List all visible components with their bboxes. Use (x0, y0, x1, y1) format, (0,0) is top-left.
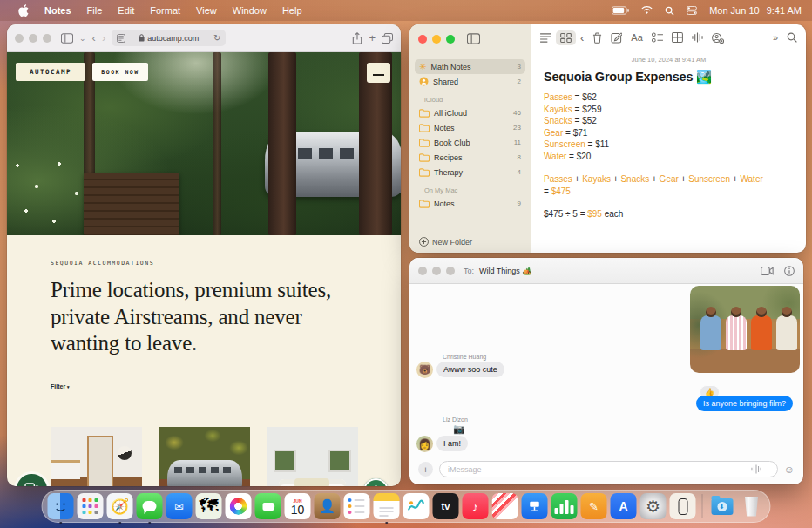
close-button[interactable] (15, 34, 24, 43)
apple-menu[interactable] (10, 4, 37, 17)
sidebar-toggle-icon[interactable] (61, 33, 73, 44)
autocamp-logo[interactable]: AUTOCAMP (16, 63, 85, 81)
new-tab-icon[interactable]: + (369, 31, 376, 44)
imessage-input[interactable] (439, 461, 778, 477)
reload-icon[interactable]: ↻ (213, 33, 220, 43)
zoom-button[interactable] (446, 35, 455, 44)
dock-icon-trash[interactable] (739, 493, 765, 519)
menubar-date[interactable]: Mon Jun 10 (709, 5, 759, 16)
close-button[interactable] (418, 35, 427, 44)
back-icon[interactable]: ‹ (92, 31, 96, 44)
minimize-button[interactable] (29, 34, 37, 43)
menu-view[interactable]: View (188, 5, 225, 16)
dock-icon-reminders[interactable] (344, 493, 370, 519)
avatar-liz[interactable]: 👩 (416, 436, 433, 452)
dock-icon-photos[interactable] (226, 493, 252, 519)
hamburger-menu-icon[interactable] (367, 63, 390, 83)
wifi-icon[interactable] (641, 6, 653, 15)
incoming-message-bubble[interactable]: I am! (436, 436, 468, 451)
close-button[interactable] (418, 267, 427, 275)
audio-waveform-icon[interactable] (692, 32, 703, 43)
dock-icon-messages[interactable] (137, 493, 163, 519)
book-now-button[interactable]: BOOK NOW (92, 63, 148, 81)
recipient-name[interactable]: Wild Things 🏕️ (479, 267, 532, 275)
more-toolbar-icon[interactable]: » (773, 32, 778, 43)
dock-icon-facetime[interactable] (255, 493, 281, 519)
thumbnail-bedroom[interactable] (267, 427, 358, 486)
outgoing-message-bubble[interactable]: Is anyone bringing film? (696, 396, 793, 411)
collaborate-share-icon[interactable] (712, 32, 724, 44)
menu-help[interactable]: Help (274, 5, 310, 16)
accessibility-widget-button[interactable] (363, 478, 389, 486)
address-bar[interactable]: autocamp.com ↻ (112, 30, 226, 46)
dock-icon-app-store[interactable]: A (611, 493, 637, 519)
checklist-icon[interactable] (652, 32, 663, 43)
emoji-picker-icon[interactable]: ☺ (784, 464, 795, 476)
menu-window[interactable]: Window (225, 5, 274, 16)
camera-attachment[interactable]: 📷 (453, 423, 465, 435)
menu-edit[interactable]: Edit (110, 5, 142, 16)
menu-format[interactable]: Format (142, 5, 188, 16)
sidebar-item-notes-local[interactable]: Notes 9 (415, 196, 525, 211)
thumbnail-interior-kitchen[interactable] (51, 427, 142, 486)
shared-photo-attachment[interactable] (690, 286, 800, 373)
dock-icon-contacts[interactable]: 👤 (315, 493, 341, 519)
minimize-button[interactable] (432, 267, 441, 275)
menu-notes[interactable]: Notes (37, 5, 79, 16)
share-icon[interactable] (352, 32, 362, 44)
dock-icon-keynote[interactable] (522, 493, 548, 519)
filter-control[interactable]: Filter ▾ (51, 383, 401, 389)
sidebar-item-recipes[interactable]: Recipes 8 (415, 150, 525, 165)
zoom-button[interactable] (43, 34, 51, 43)
sidebar-item-therapy[interactable]: Therapy 4 (415, 165, 525, 179)
spotlight-search-icon[interactable] (665, 6, 674, 16)
sidebar-item-book-club[interactable]: Book Club 11 (415, 135, 525, 150)
gallery-view-button[interactable] (556, 30, 576, 45)
dock-icon-news[interactable] (492, 493, 518, 519)
note-content[interactable]: June 10, 2024 at 9:41 AM Sequoia Group E… (531, 51, 806, 224)
search-icon[interactable] (787, 32, 797, 43)
trash-icon[interactable] (592, 32, 602, 44)
format-button[interactable]: Aa (631, 32, 642, 43)
chevron-down-icon[interactable]: ⌄ (79, 34, 86, 43)
dock-icon-pages[interactable]: ✎ (581, 493, 607, 519)
dock-icon-downloads[interactable]: ⬇ (709, 493, 735, 519)
avatar-christine[interactable]: 🐻 (416, 362, 433, 378)
menu-file[interactable]: File (79, 5, 111, 16)
dock-icon-music[interactable]: ♪ (463, 493, 489, 519)
reader-icon[interactable] (117, 34, 125, 43)
minimize-button[interactable] (432, 35, 441, 44)
forward-icon[interactable]: › (102, 31, 105, 44)
compose-icon[interactable] (611, 32, 622, 44)
dock-icon-freeform[interactable] (403, 493, 430, 519)
sidebar-item-notes-icloud[interactable]: Notes 23 (415, 120, 525, 135)
dock-icon-apple-tv[interactable]: tv (433, 493, 459, 519)
menubar-time[interactable]: 9:41 AM (767, 5, 802, 16)
dictation-waveform-icon[interactable] (751, 464, 761, 474)
dock-icon-launchpad[interactable] (78, 493, 104, 519)
dock-icon-calendar[interactable]: JUN10 (285, 493, 311, 519)
tab-overview-icon[interactable] (382, 33, 393, 44)
dock-icon-numbers[interactable] (551, 493, 578, 519)
dock-icon-finder[interactable] (48, 493, 74, 519)
back-icon[interactable]: ‹ (580, 31, 584, 44)
zoom-button[interactable] (446, 267, 455, 275)
chat-widget-button[interactable] (17, 474, 47, 486)
facetime-video-icon[interactable] (761, 267, 774, 275)
control-center-icon[interactable] (687, 6, 697, 15)
sidebar-item-all-icloud[interactable]: All iCloud 46 (415, 105, 525, 120)
new-folder-button[interactable]: New Folder (419, 237, 472, 247)
table-icon[interactable] (672, 32, 683, 43)
dock-icon-safari[interactable]: 🧭 (107, 493, 133, 519)
sidebar-item-shared[interactable]: Shared 2 (415, 74, 525, 89)
dock-icon-maps[interactable]: 🗺 (196, 493, 222, 519)
info-icon[interactable] (784, 266, 795, 276)
sidebar-item-math-notes[interactable]: ✳ Math Notes 3 (415, 59, 525, 74)
dock-icon-system-settings[interactable]: ⚙ (640, 493, 667, 519)
dock-icon-notes[interactable] (374, 493, 400, 519)
list-view-icon[interactable] (540, 33, 551, 43)
thumbnail-airstream-exterior[interactable] (159, 427, 250, 486)
dock-icon-iphone-mirroring[interactable] (670, 493, 696, 519)
dock-icon-mail[interactable]: ✉ (166, 493, 193, 519)
attach-plus-button[interactable]: + (418, 462, 433, 477)
